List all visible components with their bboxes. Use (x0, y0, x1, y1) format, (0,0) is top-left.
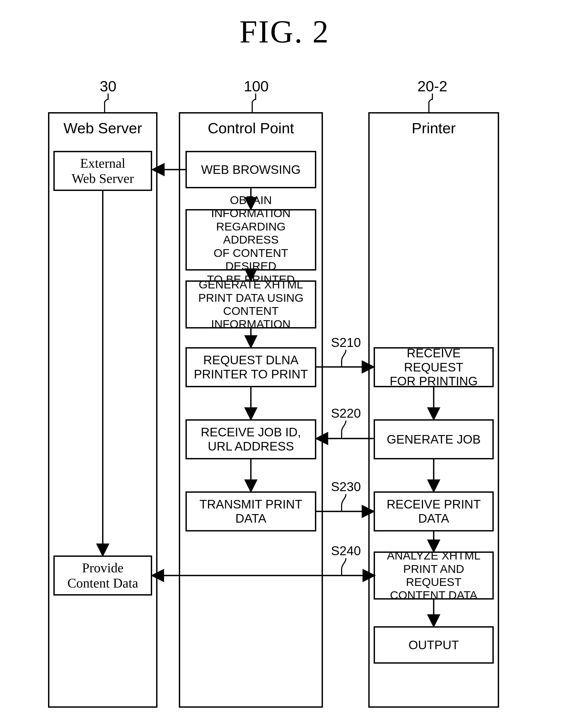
step-s210: S210 (331, 335, 361, 350)
figure-title: FIG. 2 (0, 13, 569, 50)
step-s220: S220 (331, 406, 361, 421)
box-generate-xhtml: GENERATE XHTMLPRINT DATA USINGCONTENT IN… (186, 280, 316, 328)
box-analyze-xhtml: ANALYZE XHTMLPRINT AND REQUESTCONTENT DA… (374, 551, 494, 600)
box-web-browsing: WEB BROWSING (186, 151, 316, 188)
box-transmit-print: TRANSMIT PRINTDATA (186, 491, 316, 531)
box-request-dlna: REQUEST DLNAPRINTER TO PRINT (186, 347, 316, 387)
step-s240: S240 (331, 543, 361, 558)
ref-label-control-point: 100 (235, 77, 278, 95)
ref-label-web-server: 30 (92, 77, 124, 95)
lane-title-printer: Printer (370, 119, 498, 137)
lane-web-server: Web Server (48, 112, 158, 708)
box-output: OUTPUT (374, 626, 494, 664)
box-receive-jobid: RECEIVE JOB ID,URL ADDRESS (186, 419, 316, 459)
box-external-web-server: ExternalWeb Server (53, 151, 152, 191)
ref-label-printer: 20-2 (408, 77, 456, 95)
box-generate-job: GENERATE JOB (374, 419, 494, 459)
box-provide-content: ProvideContent Data (53, 555, 152, 596)
lane-printer: Printer (368, 112, 499, 708)
lane-title-web-server: Web Server (49, 119, 156, 137)
box-obtain-info: OBTAIN INFORMATIONREGARDING ADDRESSOF CO… (186, 209, 316, 271)
lane-title-control-point: Control Point (180, 119, 321, 137)
box-receive-request: RECEIVE REQUESTFOR PRINTING (374, 347, 494, 387)
step-s230: S230 (331, 479, 361, 494)
box-receive-print-data: RECEIVE PRINT DATA (374, 491, 494, 531)
